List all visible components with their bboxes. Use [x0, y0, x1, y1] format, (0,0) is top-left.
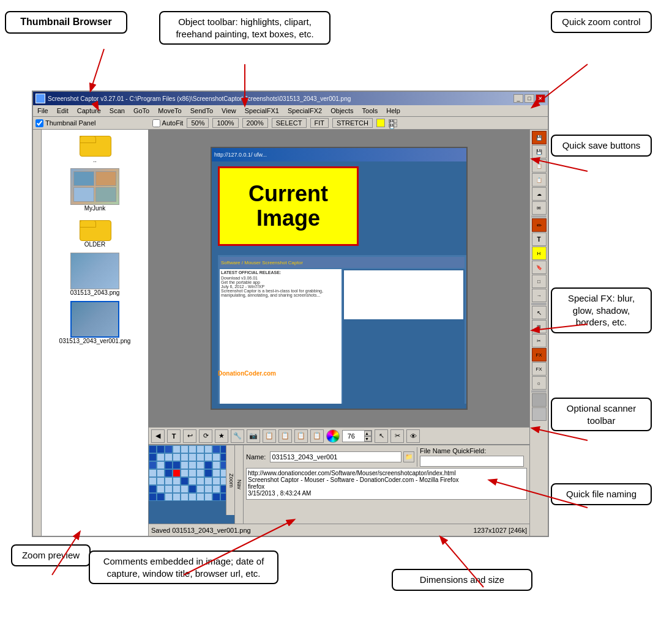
- rt-paste-btn[interactable]: 📋: [532, 173, 547, 187]
- rt-crop-btn[interactable]: ✂: [532, 334, 547, 347]
- menu-sendto[interactable]: SendTo: [189, 106, 215, 115]
- cursor-btn[interactable]: ↖: [375, 429, 388, 443]
- rt-cursor-btn[interactable]: ↖: [532, 306, 547, 319]
- menu-moveto[interactable]: MoveTo: [156, 106, 184, 115]
- menu-specialfx1[interactable]: SpecialFX1: [243, 106, 281, 115]
- quick-save-btn1[interactable]: 💾: [389, 119, 397, 123]
- thumbnail-folder-up[interactable]: ..: [80, 132, 110, 163]
- menu-view[interactable]: View: [220, 106, 238, 115]
- menu-goto[interactable]: GoTo: [132, 106, 151, 115]
- thumbnail-panel-checkbox[interactable]: [35, 119, 43, 127]
- rt-save-btn2[interactable]: 💾: [532, 145, 547, 158]
- current-image-text: Current Image: [220, 182, 357, 230]
- rt-copy-btn[interactable]: 📋: [532, 159, 547, 172]
- zoom-cell: [212, 445, 220, 453]
- center-area: http://127.0.0.1/ ufw... Current Image S…: [149, 130, 529, 536]
- rt-fx1-btn[interactable]: FX: [532, 348, 547, 361]
- menu-file[interactable]: File: [35, 106, 50, 115]
- zoom-cell: [173, 461, 181, 469]
- zoom-cell: [149, 461, 157, 469]
- zoom-down-btn[interactable]: ▼: [364, 436, 371, 442]
- thumbnail-older[interactable]: OLDER: [80, 217, 110, 248]
- menu-objects[interactable]: Objects: [329, 106, 355, 115]
- text-btn[interactable]: T: [167, 429, 181, 443]
- rt-select-btn[interactable]: ⊞: [532, 320, 547, 333]
- thumbnail-myjunk[interactable]: MyJunk: [70, 168, 119, 212]
- quick-field-input[interactable]: [420, 456, 524, 467]
- autofit-checkbox-label[interactable]: AutoFit: [152, 119, 184, 127]
- color-wheel-btn[interactable]: [326, 429, 340, 443]
- tool-btn5[interactable]: 📋: [294, 429, 308, 443]
- zoom-cell: [204, 445, 212, 453]
- thumb-img-031513ver: [70, 301, 119, 338]
- thumbnail-panel-checkbox-label[interactable]: Thumbnail Panel: [35, 119, 96, 127]
- thumbnail-panel-label: Thumbnail Panel: [45, 119, 96, 127]
- stretch-btn[interactable]: STRETCH: [332, 118, 373, 128]
- view-btn[interactable]: 👁: [406, 429, 420, 443]
- rt-pencil-btn[interactable]: ✏: [532, 218, 547, 232]
- zoom-cell: [204, 477, 212, 485]
- zoom-100-btn[interactable]: 100%: [212, 118, 238, 128]
- menu-tools[interactable]: Tools: [360, 106, 380, 115]
- undo-btn[interactable]: ↩: [183, 429, 196, 443]
- tool-btn6[interactable]: 📋: [310, 429, 324, 443]
- minimize-button[interactable]: _: [513, 94, 523, 103]
- thumbnail-031513ver[interactable]: 031513_2043_ver001.png: [59, 301, 131, 344]
- zoom-up-btn[interactable]: ▲: [364, 431, 371, 436]
- app-menubar: File Edit Capture Scan GoTo MoveTo SendT…: [33, 105, 548, 117]
- tool-btn1[interactable]: 🔧: [231, 429, 244, 443]
- menu-specialfx2[interactable]: SpecialFX2: [286, 106, 324, 115]
- zoom-cell: [196, 493, 204, 501]
- tool-btn2[interactable]: 📷: [247, 429, 260, 443]
- left-scrollbar[interactable]: [33, 130, 42, 536]
- zoom-cell: [181, 461, 189, 469]
- rt-arrow-btn[interactable]: →: [532, 289, 547, 302]
- menu-capture[interactable]: Capture: [75, 106, 103, 115]
- rt-gray-btn2[interactable]: [532, 407, 547, 421]
- nav-back-btn[interactable]: ◀: [151, 429, 165, 443]
- color-swatch-yellow[interactable]: [376, 119, 385, 127]
- rt-gray-btn1[interactable]: [532, 393, 547, 407]
- name-browse-btn[interactable]: 📁: [403, 451, 414, 462]
- rt-stamp-btn[interactable]: 🔖: [532, 261, 547, 274]
- callout-zoom-preview-text: Zoom preview: [22, 550, 80, 560]
- fit-btn[interactable]: FIT: [310, 118, 329, 128]
- tool-btn3[interactable]: 📋: [263, 429, 276, 443]
- comments-textarea[interactable]: http://www.donationcoder.com/Software/Mo…: [246, 468, 527, 500]
- zoom-cell: [212, 493, 220, 501]
- app-icon: [35, 94, 45, 103]
- zoom-cell: [196, 469, 204, 477]
- menu-edit[interactable]: Edit: [55, 106, 70, 115]
- thumb-img-myjunk: [70, 168, 119, 205]
- thumbnail-031513[interactable]: 031513_2043.png: [70, 253, 120, 296]
- rt-separator1: [531, 215, 547, 218]
- rt-ftp-btn[interactable]: ☁: [532, 187, 547, 201]
- crop-btn[interactable]: ✂: [390, 429, 404, 443]
- rt-fx3-btn[interactable]: ☼: [532, 376, 547, 390]
- quick-save-btn2[interactable]: 💾: [389, 124, 397, 127]
- zoom-input[interactable]: [343, 431, 364, 442]
- zoom-200-btn[interactable]: 200%: [242, 118, 268, 128]
- rotate-btn[interactable]: ⟳: [199, 429, 212, 443]
- rt-shape-btn[interactable]: □: [532, 275, 547, 288]
- menu-scan[interactable]: Scan: [108, 106, 127, 115]
- zoom-cell: [165, 461, 173, 469]
- img-right-content: [343, 269, 465, 404]
- maximize-button[interactable]: □: [525, 94, 534, 103]
- select-btn[interactable]: SELECT: [272, 118, 307, 128]
- close-button[interactable]: ✕: [536, 94, 545, 103]
- zoom-50-btn[interactable]: 50%: [187, 118, 209, 128]
- rt-highlight-btn[interactable]: H: [532, 246, 547, 260]
- zoom-cell: [204, 453, 212, 461]
- autofit-checkbox[interactable]: [152, 119, 160, 127]
- name-input[interactable]: [270, 451, 401, 462]
- rt-save-btn1[interactable]: 💾: [532, 131, 547, 144]
- callout-quick-naming-text: Quick file naming: [566, 489, 637, 499]
- rt-email-btn[interactable]: ✉: [532, 201, 547, 215]
- rt-fx2-btn[interactable]: FX: [532, 362, 547, 376]
- tool-btn4[interactable]: 📋: [278, 429, 292, 443]
- rt-text-btn[interactable]: T: [532, 232, 547, 246]
- menu-help[interactable]: Help: [384, 106, 402, 115]
- star-btn[interactable]: ★: [215, 429, 228, 443]
- app-body: .. MyJunk: [33, 130, 548, 536]
